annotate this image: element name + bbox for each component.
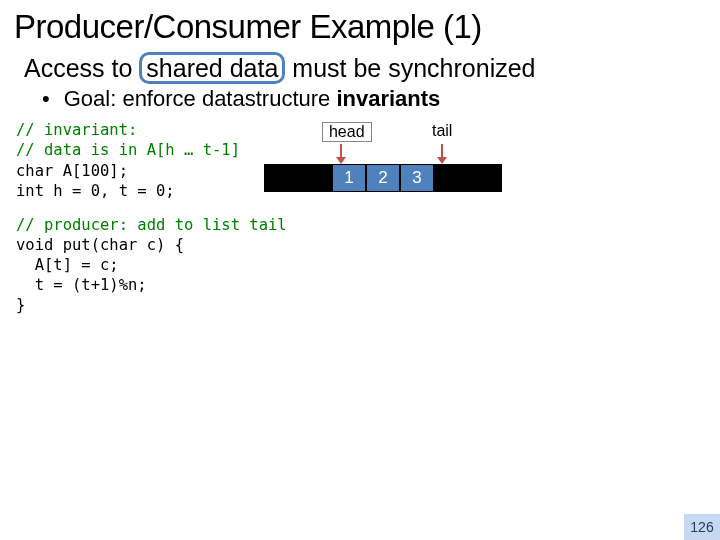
buffer-cell [264,164,298,192]
code-comment-2: // data is in A[h … t-1] [16,141,240,159]
bullet-dot: • [42,86,50,112]
buffer-diagram: head tail 1 2 3 [240,120,706,192]
producer-l2: A[t] = c; [16,256,119,274]
diagram-arrows [258,144,706,164]
tail-label: tail [432,122,452,140]
buffer-cell: 2 [366,164,400,192]
head-arrow-icon [340,144,342,158]
slide: Producer/Consumer Example (1) Access to … [0,0,720,540]
tail-arrow-icon [441,144,443,158]
code-line-2: int h = 0, t = 0; [16,182,175,200]
page-number: 126 [684,514,720,540]
bullet-text: Goal: enforce datastructure invariants [64,86,441,112]
buffer-cell [298,164,332,192]
code-line-1: char A[100]; [16,162,128,180]
code-invariant: // invariant: // data is in A[h … t-1] c… [14,120,240,201]
slide-title: Producer/Consumer Example (1) [14,8,706,46]
buffer-cells: 1 2 3 [264,164,706,192]
producer-comment: // producer: add to list tail [16,216,287,234]
producer-l1: void put(char c) { [16,236,184,254]
subtitle-post: must be synchronized [285,54,535,82]
diagram-labels: head tail [258,122,706,144]
subtitle-line: Access to shared data must be synchroniz… [24,52,706,84]
producer-l4: } [16,296,25,314]
subtitle-pre: Access to [24,54,139,82]
content-row: // invariant: // data is in A[h … t-1] c… [14,120,706,201]
producer-l3: t = (t+1)%n; [16,276,147,294]
buffer-cell [468,164,502,192]
shared-data-highlight: shared data [139,52,285,84]
code-comment-1: // invariant: [16,121,137,139]
buffer-cell: 3 [400,164,434,192]
buffer-cell [434,164,468,192]
code-producer: // producer: add to list tail void put(c… [14,215,706,316]
buffer-cell: 1 [332,164,366,192]
bullet-pre: Goal: enforce datastructure [64,86,337,111]
bullet-strong: invariants [336,86,440,111]
head-label: head [322,122,372,142]
goal-bullet: • Goal: enforce datastructure invariants [42,86,706,112]
